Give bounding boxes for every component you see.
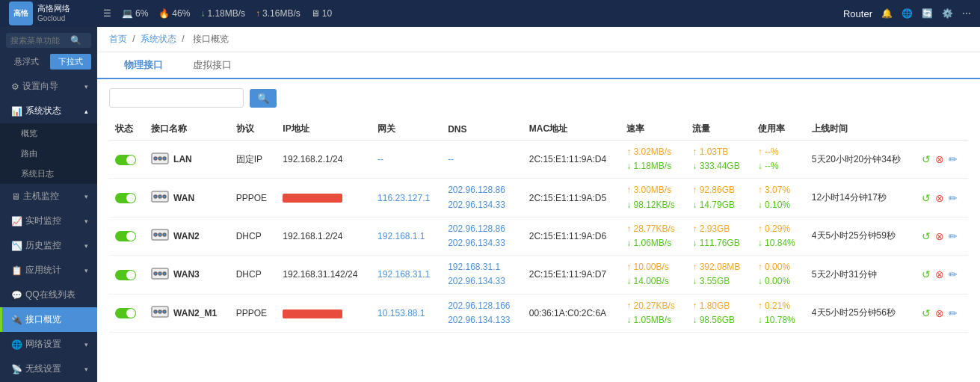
nav-items: ⚙ 设置向导 ▾ 📊 系统状态 ▴ 概览 路由 系统日志 🖥 主机监控 ▾ 📈: [0, 74, 97, 382]
more-icon[interactable]: ⋯: [962, 8, 971, 19]
status-toggle[interactable]: [115, 308, 136, 318]
cell-traffic: ↑ 1.03TB↓ 333.44GB: [686, 141, 751, 179]
cell-speed: ↑ 28.77KB/s↓ 1.06MB/s: [620, 217, 686, 255]
search-wrap: 🔍: [6, 33, 91, 48]
cell-status: [109, 217, 145, 255]
table-row: WAN3 DHCP 192.168.31.142/24 192.168.31.1…: [109, 256, 968, 294]
cell-traffic: ↑ 392.08MB↓ 3.55GB: [686, 256, 751, 294]
settings-icon[interactable]: ⚙️: [942, 8, 953, 19]
filter-row: 🔍: [109, 88, 968, 108]
breadcrumb-system-status[interactable]: 系统状态: [141, 34, 176, 44]
sidebar-item-realtime-monitor[interactable]: 📈 实时监控 ▾: [0, 209, 97, 233]
action-stop-icon[interactable]: ⊗: [935, 307, 944, 319]
interface-icon: [151, 267, 169, 283]
action-refresh-icon[interactable]: ↺: [922, 230, 931, 242]
status-toggle[interactable]: [115, 231, 136, 241]
col-traffic: 流量: [686, 118, 751, 141]
tab-virtual[interactable]: 虚拟接口: [178, 52, 247, 79]
sidebar-item-system-status[interactable]: 📊 系统状态 ▴: [0, 99, 97, 123]
interface-name: WAN: [173, 193, 194, 203]
cell-usage: ↑ --%↓ --%: [752, 141, 806, 179]
cell-protocol: PPPOE: [230, 179, 277, 217]
action-refresh-icon[interactable]: ↺: [922, 192, 931, 204]
iface-icon: 🔌: [11, 315, 22, 325]
cell-status: [109, 179, 145, 217]
filter-input[interactable]: [109, 88, 244, 108]
cell-actions: ↺ ⊗ ✏: [916, 217, 968, 255]
breadcrumb: 首页 / 系统状态 / 接口概览: [97, 27, 980, 52]
cell-traffic: ↑ 1.80GB↓ 98.56GB: [686, 294, 751, 332]
action-refresh-icon[interactable]: ↺: [922, 268, 931, 280]
svg-point-7: [163, 195, 166, 198]
search-button[interactable]: 🔍: [70, 35, 81, 46]
style-tab-dropdown[interactable]: 下拉式: [50, 54, 91, 70]
sidebar-item-history-monitor[interactable]: 📉 历史监控 ▾: [0, 233, 97, 258]
qq-label: QQ在线列表: [22, 289, 88, 301]
cell-actions: ↺ ⊗ ✏: [916, 256, 968, 294]
cell-speed: ↑ 3.00MB/s↓ 98.12KB/s: [620, 179, 686, 217]
svg-point-17: [154, 310, 157, 313]
cell-actions: ↺ ⊗ ✏: [916, 141, 968, 179]
sidebar-item-network-settings[interactable]: 🌐 网络设置 ▾: [0, 332, 97, 357]
action-stop-icon[interactable]: ⊗: [935, 268, 944, 280]
action-edit-icon[interactable]: ✏: [949, 268, 958, 280]
action-edit-icon[interactable]: ✏: [949, 153, 958, 165]
chevron-up-icon: ▴: [84, 108, 88, 115]
cell-status: [109, 256, 145, 294]
col-gateway: 网关: [372, 118, 442, 141]
status-toggle[interactable]: [115, 193, 136, 203]
cell-dns: 192.168.31.1202.96.134.33: [442, 256, 523, 294]
stat-menu: ☰: [103, 8, 111, 19]
globe-icon[interactable]: 🌐: [902, 8, 913, 19]
sidebar-item-iface-overview[interactable]: 🔌 接口概览: [0, 307, 97, 332]
cell-status: [109, 294, 145, 332]
interface-name: LAN: [173, 154, 192, 164]
cell-name: WAN3: [145, 256, 230, 294]
action-stop-icon[interactable]: ⊗: [935, 192, 944, 204]
action-edit-icon[interactable]: ✏: [949, 307, 958, 319]
action-stop-icon[interactable]: ⊗: [935, 230, 944, 242]
action-stop-icon[interactable]: ⊗: [935, 153, 944, 165]
interface-name: WAN2: [173, 231, 200, 241]
sidebar-item-host-monitor[interactable]: 🖥 主机监控 ▾: [0, 184, 97, 209]
breadcrumb-sep-1: /: [132, 34, 138, 44]
style-tab-float[interactable]: 悬浮式: [6, 54, 47, 70]
network-label: 网络设置: [22, 338, 84, 351]
sidebar-item-app-stats[interactable]: 📋 应用统计 ▾: [0, 258, 97, 283]
action-refresh-icon[interactable]: ↺: [922, 153, 931, 165]
status-toggle[interactable]: [115, 155, 136, 165]
tab-physical[interactable]: 物理接口: [109, 52, 178, 79]
cell-usage: ↑ 3.07%↓ 0.10%: [752, 179, 806, 217]
header-right: Router 🔔 🌐 🔄 ⚙️ ⋯: [843, 8, 971, 19]
svg-point-2: [158, 157, 161, 160]
breadcrumb-home[interactable]: 首页: [109, 34, 127, 44]
action-edit-icon[interactable]: ✏: [949, 230, 958, 242]
data-table: 状态 接口名称 协议 IP地址 网关 DNS MAC地址 速率 流量 使用率 上…: [109, 118, 968, 333]
filter-button[interactable]: 🔍: [250, 89, 277, 108]
table-row: WAN2 DHCP 192.168.1.2/24 192.168.1.1 202…: [109, 217, 968, 255]
action-refresh-icon[interactable]: ↺: [922, 307, 931, 319]
sidebar-sub-routing[interactable]: 路由: [0, 144, 97, 164]
cell-uptime: 5天2小时31分钟: [806, 256, 916, 294]
sidebar-item-qq-list[interactable]: 💬 QQ在线列表: [0, 283, 97, 307]
action-edit-icon[interactable]: ✏: [949, 192, 958, 204]
sidebar-item-setup-wizard[interactable]: ⚙ 设置向导 ▾: [0, 74, 97, 99]
col-speed: 速率: [620, 118, 686, 141]
refresh-icon[interactable]: 🔄: [922, 8, 933, 19]
stat-cpu: 💻 6%: [122, 8, 148, 19]
sidebar-item-wireless-settings[interactable]: 📡 无线设置 ▾: [0, 357, 97, 381]
history-label: 历史监控: [22, 239, 84, 252]
search-input[interactable]: [10, 36, 70, 45]
main-content: 首页 / 系统状态 / 接口概览 物理接口 虚拟接口 🔍 状态 接口名称 协议: [97, 27, 980, 382]
sidebar-sub-overview[interactable]: 概览: [0, 123, 97, 144]
cell-speed: ↑ 10.00B/s↓ 14.00B/s: [620, 256, 686, 294]
bell-icon[interactable]: 🔔: [881, 8, 893, 19]
status-toggle[interactable]: [115, 270, 136, 280]
top-header: 高恪 高恪网络 Gocloud ☰ 💻 6% 🔥 46% ↓ 1.18MB/s …: [0, 0, 980, 27]
cell-protocol: DHCP: [230, 217, 277, 255]
sidebar-sub-syslog[interactable]: 系统日志: [0, 164, 97, 184]
interface-icon: [151, 305, 169, 321]
host-monitor-label: 主机监控: [20, 190, 84, 203]
svg-point-15: [163, 272, 166, 275]
wireless-icon: 📡: [11, 364, 22, 375]
